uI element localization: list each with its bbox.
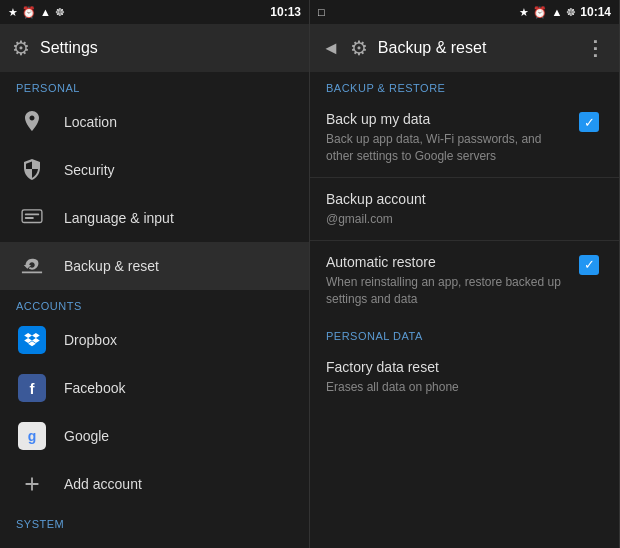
backup-account-subtitle: @gmail.com [326,211,603,228]
dropbox-title: Dropbox [64,332,293,348]
left-status-icons: ★ ⏰ ▲ ☸ [8,6,65,19]
left-header-title: Settings [40,39,297,57]
alarm-icon: ⏰ [22,6,36,19]
menu-item-dropbox[interactable]: Dropbox [0,316,309,364]
backup-title: Backup & reset [64,258,293,274]
section-personal-data: PERSONAL DATA [310,320,619,346]
auto-restore-text: Automatic restore When reinstalling an a… [326,253,571,308]
right-status-bar: □ ★ ⏰ ▲ ☸ 10:14 [310,0,619,24]
right-time: 10:14 [580,5,611,19]
setting-backup-my-data[interactable]: Back up my data Back up app data, Wi-Fi … [310,98,619,177]
right-header: ◄ ⚙ Backup & reset ⋮ [310,24,619,72]
menu-item-add-account[interactable]: Add account [0,460,309,508]
right-gear-icon: ⚙ [350,36,368,60]
datetime-icon [16,542,48,548]
dropbox-text: Dropbox [64,332,293,348]
left-status-bar: ★ ⏰ ▲ ☸ 10:13 [0,0,309,24]
facebook-text: Facebook [64,380,293,396]
setting-backup-account[interactable]: Backup account @gmail.com [310,178,619,240]
security-title: Security [64,162,293,178]
right-bluetooth-icon: ★ [519,6,529,19]
google-text: Google [64,428,293,444]
svg-rect-2 [25,217,34,219]
settings-gear-icon: ⚙ [12,36,30,60]
factory-reset-text: Factory data reset Erases all data on ph… [326,358,603,396]
menu-item-location[interactable]: Location [0,98,309,146]
right-status-left: □ [318,6,325,18]
facebook-title: Facebook [64,380,293,396]
factory-reset-title: Factory data reset [326,358,603,376]
right-signal-icon: ☸ [566,6,576,19]
location-title: Location [64,114,293,130]
menu-item-backup[interactable]: Backup & reset [0,242,309,290]
backup-my-data-text: Back up my data Back up app data, Wi-Fi … [326,110,571,165]
bluetooth-icon: ★ [8,6,18,19]
left-time: 10:13 [270,5,301,19]
menu-item-language[interactable]: Language & input [0,194,309,242]
right-status-right: ★ ⏰ ▲ ☸ 10:14 [519,5,611,19]
backup-my-data-title: Back up my data [326,110,571,128]
svg-rect-1 [25,214,39,216]
location-icon [16,106,48,138]
section-backup-restore: BACKUP & RESTORE [310,72,619,98]
google-icon: g [16,420,48,452]
left-panel: ★ ⏰ ▲ ☸ 10:13 ⚙ Settings PERSONAL Locati… [0,0,310,548]
left-status-right: 10:13 [270,5,301,19]
right-wifi-icon: ▲ [551,6,562,18]
back-icon[interactable]: ◄ [322,38,340,59]
auto-restore-subtitle: When reinstalling an app, restore backed… [326,274,571,308]
backup-account-text: Backup account @gmail.com [326,190,603,228]
language-text: Language & input [64,210,293,226]
auto-restore-title: Automatic restore [326,253,571,271]
language-title: Language & input [64,210,293,226]
backup-account-title: Backup account [326,190,603,208]
add-account-title: Add account [64,476,293,492]
svg-rect-0 [22,210,42,223]
add-account-icon [16,468,48,500]
left-header: ⚙ Settings [0,24,309,72]
security-icon [16,154,48,186]
backup-my-data-checkbox[interactable]: ✓ [579,112,603,136]
more-options-icon[interactable]: ⋮ [585,36,607,60]
section-system: SYSTEM [0,508,309,534]
dropbox-icon [16,324,48,356]
factory-reset-subtitle: Erases all data on phone [326,379,603,396]
menu-item-google[interactable]: g Google [0,412,309,460]
menu-item-facebook[interactable]: f Facebook [0,364,309,412]
language-icon [16,202,48,234]
section-accounts: ACCOUNTS [0,290,309,316]
setting-factory-reset[interactable]: Factory data reset Erases all data on ph… [310,346,619,408]
backup-icon [16,250,48,282]
menu-item-security[interactable]: Security [0,146,309,194]
wifi-icon: ▲ [40,6,51,18]
right-header-title: Backup & reset [378,39,575,57]
signal-icon: ☸ [55,6,65,19]
setting-auto-restore[interactable]: Automatic restore When reinstalling an a… [310,241,619,320]
location-text: Location [64,114,293,130]
section-personal: PERSONAL [0,72,309,98]
battery-small-icon: □ [318,6,325,18]
add-account-text: Add account [64,476,293,492]
backup-my-data-subtitle: Back up app data, Wi-Fi passwords, and o… [326,131,571,165]
right-panel: □ ★ ⏰ ▲ ☸ 10:14 ◄ ⚙ Backup & reset ⋮ BAC… [310,0,620,548]
menu-item-datetime[interactable]: Date & time [0,534,309,548]
backup-text: Backup & reset [64,258,293,274]
google-title: Google [64,428,293,444]
security-text: Security [64,162,293,178]
checkbox-checked-icon: ✓ [579,112,599,132]
auto-restore-checked-icon: ✓ [579,255,599,275]
auto-restore-checkbox[interactable]: ✓ [579,255,603,279]
facebook-icon: f [16,372,48,404]
right-alarm-icon: ⏰ [533,6,547,19]
